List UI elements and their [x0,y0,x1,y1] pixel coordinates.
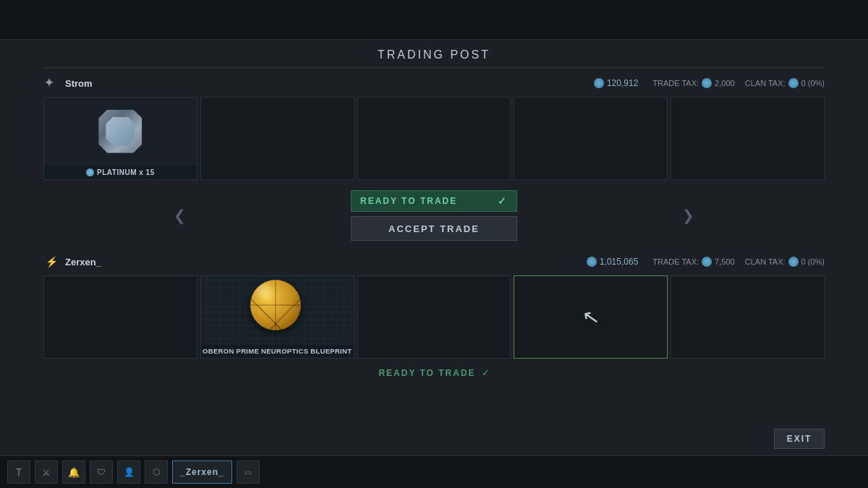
plat-icon-b [587,257,597,267]
top-trader-header: Strom 120,912 TRADE TAX: 2,000 CLAN TAX:… [43,75,825,91]
top-trade-tax: TRADE TAX: 2,000 CLAN TAX: 0 (0%) [652,78,825,88]
taskbar-btn-sword[interactable]: ⚔ [35,461,58,484]
page-title: TRADING POST [43,48,825,61]
bottom-trader-icon [43,254,59,270]
item-slot-empty-2[interactable] [357,97,511,180]
bottom-ready-section: READY TO TRADE ✓ [43,363,825,382]
top-platinum-value: 120,912 [607,78,638,88]
title-bar: TRADING POST [43,40,825,68]
plat-icon-clan [788,78,799,88]
top-trader-icon [43,75,59,91]
plat-icon-clan-b [788,257,799,267]
item-slot-empty-3[interactable] [514,97,668,180]
bell-icon: 🔔 [68,467,80,478]
bottom-trader-name: Zerxen_ [43,254,101,270]
accept-label: ACCEPT TRADE [388,223,480,234]
top-trader-name: Strom [43,75,93,91]
item-slot-platinum[interactable]: PLATINUM x 15 [43,97,197,180]
platinum-label: PLATINUM x 15 [44,166,197,179]
bottom-trader-stats: 1,015,065 TRADE TAX: 7,500 CLAN TAX: 0 (… [587,257,825,267]
item-slot-b-empty-3[interactable] [671,275,825,359]
ready-label: READY TO TRADE [360,196,457,206]
top-trade-tax-value: 2,000 [715,79,735,87]
blueprint-sphere [250,280,305,334]
sphere-main [250,280,301,330]
taskbar-btn-shield[interactable]: 🛡 [90,461,113,484]
shield-icon: 🛡 [97,467,106,477]
clan-tax-label-b: CLAN TAX: [745,257,786,266]
item-slot-empty-4[interactable] [671,97,825,180]
plat-icon-tax [702,78,712,88]
top-items-grid: PLATINUM x 15 [43,97,825,180]
sphere-panels [250,280,301,330]
bottom-trader-header: Zerxen_ 1,015,065 TRADE TAX: 7,500 CLAN … [43,254,825,270]
plat-inner [106,117,135,146]
sword-icon: ⚔ [42,467,51,478]
item-slot-blueprint[interactable]: OBERON PRIME NEUROPTICS BLUEPRINT [200,275,354,359]
clan-tax-label: CLAN TAX: [745,79,786,87]
item-slot-b-empty-2[interactable] [357,275,511,359]
frame-icon: ⬡ [153,467,160,477]
taskbar-btn-extra[interactable]: ▭ [237,461,260,484]
bottom-ready-checkmark: ✓ [482,367,490,378]
blueprint-label: OBERON PRIME NEUROPTICS BLUEPRINT [201,345,354,358]
taskbar-btn-profile[interactable]: 👤 [117,461,140,484]
bottom-items-grid: OBERON PRIME NEUROPTICS BLUEPRINT ↖ [43,275,825,359]
top-trader-name-text: Strom [65,78,93,89]
plat-container [98,110,142,153]
ready-checkmark: ✓ [498,195,508,207]
taskbar-t-icon: T [16,466,22,478]
bird-icon [46,256,58,267]
bottom-trade-tax-value: 7,500 [715,257,735,266]
bottom-platinum-value: 1,015,065 [600,257,638,267]
bottom-trader-name-text: Zerxen_ [65,257,101,267]
arrow-right-icon: ❯ [682,207,694,224]
bottom-trader-section: Zerxen_ 1,015,065 TRADE TAX: 7,500 CLAN … [43,247,825,363]
plat-label-icon [86,168,94,176]
plat-icon [594,78,604,88]
trade-tax-label: TRADE TAX: [652,79,699,87]
trade-tax-label-b: TRADE TAX: [652,257,699,266]
exit-button[interactable]: EXIT [774,429,825,449]
extra-icon: ▭ [244,468,251,476]
bottom-platinum-amount: 1,015,065 [587,257,638,267]
main-content: TRADING POST Strom 120,912 TRADE TAX: 2,… [0,40,868,455]
middle-controls: ❮ ❯ READY TO TRADE ✓ ACCEPT TRADE [43,184,825,247]
accept-trade-button[interactable]: ACCEPT TRADE [351,216,517,241]
top-bar [0,0,868,40]
taskbar: T ⚔ 🔔 🛡 👤 ⬡ _Zerxen_ ▭ [0,455,868,488]
taskbar-username: _Zerxen_ [172,461,232,484]
cursor-icon: ↖ [581,306,601,329]
top-trader-section: Strom 120,912 TRADE TAX: 2,000 CLAN TAX:… [43,68,825,184]
bottom-ready-text: READY TO TRADE [378,368,475,378]
taskbar-btn-t[interactable]: T [7,461,30,484]
top-trader-stats: 120,912 TRADE TAX: 2,000 CLAN TAX: 0 (0%… [594,78,825,88]
plat-icon-tax-b [702,257,712,267]
bottom-clan-tax-value: 0 (0%) [801,257,825,266]
platinum-visual [95,106,145,157]
exit-label: EXIT [787,434,812,444]
taskbar-btn-bell[interactable]: 🔔 [62,461,85,484]
item-slot-cursor[interactable]: ↖ [514,275,668,359]
taskbar-btn-frame[interactable]: ⬡ [145,461,168,484]
ready-to-trade-button[interactable]: READY TO TRADE ✓ [351,190,517,212]
sun-icon [44,76,59,90]
arrow-left-icon: ❮ [174,207,186,224]
top-clan-tax-value: 0 (0%) [801,79,825,87]
item-slot-empty-1[interactable] [200,97,354,180]
bottom-trade-tax: TRADE TAX: 7,500 CLAN TAX: 0 (0%) [652,257,825,267]
profile-icon: 👤 [124,467,135,477]
platinum-label-text: PLATINUM x 15 [97,168,155,176]
top-platinum-amount: 120,912 [594,78,638,88]
item-slot-b-empty-1[interactable] [43,275,197,359]
